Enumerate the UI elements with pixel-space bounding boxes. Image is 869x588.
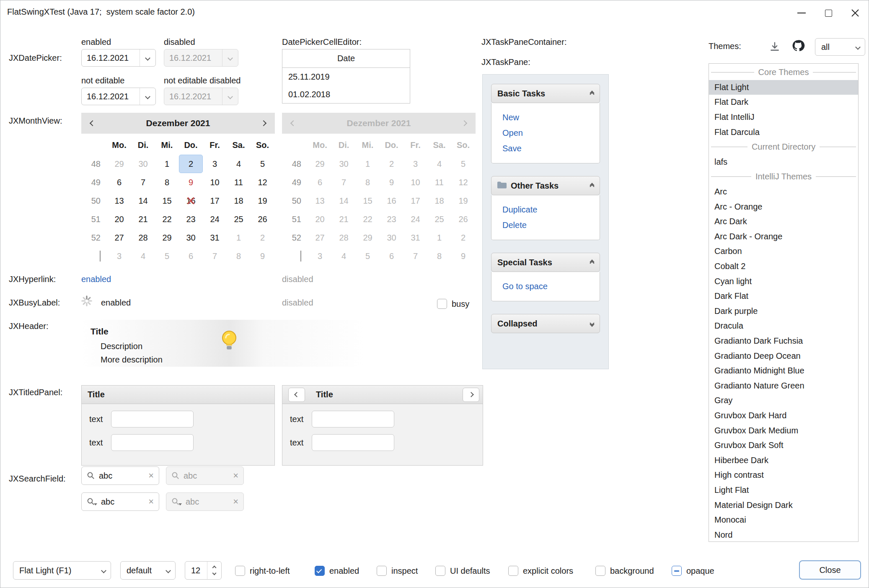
search-input-value[interactable]: abc (99, 471, 145, 481)
checkbox-enabled[interactable]: enabled (315, 565, 359, 577)
day-cell[interactable]: 14 (131, 192, 155, 210)
clear-icon[interactable]: × (148, 471, 154, 480)
day-cell[interactable]: 27 (107, 228, 131, 247)
minimize-button[interactable] (788, 0, 815, 26)
checkbox-background[interactable]: background (595, 565, 654, 577)
theme-item-arc-dark-orange[interactable]: Arc Dark - Orange (709, 229, 858, 244)
theme-item-gruvbox-dark-medium[interactable]: Gruvbox Dark Medium (709, 423, 858, 438)
download-themes-button[interactable] (769, 41, 781, 52)
hyperlink-enabled[interactable]: enabled (81, 275, 111, 284)
table-row[interactable]: 01.02.2018 (282, 85, 410, 103)
spinner-value[interactable]: 12 (191, 566, 207, 575)
checkbox-box[interactable] (672, 566, 682, 576)
day-cell[interactable]: 8 (155, 173, 179, 192)
text-input[interactable] (111, 434, 194, 451)
checkbox-right-to-left[interactable]: right-to-left (235, 565, 290, 577)
day-cell[interactable]: 6 (179, 247, 203, 265)
datepicker-enabled[interactable]: 16.12.2021 (81, 49, 156, 67)
theme-item-flat-light[interactable]: Flat Light (709, 80, 858, 95)
day-cell[interactable]: 1 (155, 155, 179, 173)
theme-item-cyan-light[interactable]: Cyan light (709, 274, 858, 289)
checkbox-box[interactable] (315, 566, 325, 576)
checkbox-opaque[interactable]: opaque (672, 565, 714, 577)
theme-item-gradianto-nature-green[interactable]: Gradianto Nature Green (709, 378, 858, 393)
clear-icon[interactable]: × (148, 497, 154, 506)
theme-item-gruvbox-dark-hard[interactable]: Gruvbox Dark Hard (709, 408, 858, 423)
day-cell[interactable]: 29 (155, 228, 179, 247)
next-month-icon[interactable] (261, 120, 266, 126)
task-link-save[interactable]: Save (502, 141, 589, 156)
close-button[interactable]: Close (799, 560, 861, 580)
day-cell[interactable]: 15 (155, 192, 179, 210)
day-cell[interactable]: 21 (131, 210, 155, 228)
titled-panel-prev-button[interactable] (288, 388, 305, 402)
chevron-double-up-icon[interactable] (590, 261, 594, 264)
font-size-spinner[interactable]: 12 (185, 561, 222, 580)
checkbox-box[interactable] (377, 566, 387, 576)
theme-item-dark-flat[interactable]: Dark Flat (709, 289, 858, 304)
theme-item-arc-dark[interactable]: Arc Dark (709, 214, 858, 229)
day-cell[interactable]: 17 (203, 192, 227, 210)
theme-item-arc-orange[interactable]: Arc - Orange (709, 199, 858, 214)
spinner-up-icon[interactable] (212, 566, 217, 570)
taskpane-header-other-tasks[interactable]: Other Tasks (491, 176, 600, 195)
theme-item-material-design-dark[interactable]: Material Design Dark (709, 497, 858, 513)
day-cell[interactable]: 7 (203, 247, 227, 265)
day-cell[interactable]: 18 (227, 192, 251, 210)
theme-item-lafs[interactable]: lafs (709, 155, 858, 170)
chevron-double-down-icon[interactable] (590, 322, 594, 325)
datepicker-dropdown-button[interactable] (140, 88, 155, 105)
github-button[interactable] (791, 39, 805, 52)
checkbox-box[interactable] (437, 299, 447, 309)
task-link-open[interactable]: Open (502, 125, 589, 141)
theme-item-light-flat[interactable]: Light Flat (709, 483, 858, 498)
spinner-down-icon[interactable] (212, 571, 217, 575)
checkbox-inspect[interactable]: inspect (377, 565, 418, 577)
search-input-value[interactable]: abc (101, 497, 145, 507)
day-cell[interactable]: 20 (107, 210, 131, 228)
day-cell[interactable]: 7 (131, 173, 155, 192)
day-cell[interactable]: 4 (227, 155, 251, 173)
theme-item-gradianto-midnight-blue[interactable]: Gradianto Midnight Blue (709, 363, 858, 378)
theme-item-cobalt-2[interactable]: Cobalt 2 (709, 259, 858, 274)
checkbox-busy[interactable]: busy (437, 298, 469, 310)
datepicker-value[interactable]: 16.12.2021 (82, 53, 140, 63)
day-cell[interactable]: 2 (179, 155, 203, 173)
day-cell[interactable]: 4 (131, 247, 155, 265)
day-cell[interactable]: 3 (107, 247, 131, 265)
theme-item-dracula[interactable]: Dracula (709, 319, 858, 334)
day-cell[interactable]: 29 (107, 155, 131, 173)
task-link-go-to-space[interactable]: Go to space (502, 279, 589, 294)
font-combo[interactable]: default (120, 561, 176, 580)
theme-item-carbon[interactable]: Carbon (709, 244, 858, 259)
chevron-double-up-icon[interactable] (590, 92, 594, 95)
search-field-with-menu-enabled[interactable]: abc × (81, 492, 159, 511)
titlebar[interactable]: FlatSwingXTest (Java 17; system scale fa… (0, 0, 869, 26)
text-input[interactable] (312, 411, 394, 427)
themes-list[interactable]: Core ThemesFlat LightFlat DarkFlat Intel… (709, 63, 859, 542)
task-link-duplicate[interactable]: Duplicate (502, 202, 589, 218)
theme-item-high-contrast[interactable]: High contrast (709, 468, 858, 483)
checkbox-box[interactable] (435, 566, 445, 576)
theme-item-hiberbee-dark[interactable]: Hiberbee Dark (709, 453, 858, 468)
theme-item-gray[interactable]: Gray (709, 393, 858, 408)
day-cell[interactable]: 5 (155, 247, 179, 265)
checkbox-explicit-colors[interactable]: explicit colors (508, 565, 573, 577)
day-cell[interactable]: 24 (203, 210, 227, 228)
day-cell[interactable]: 1 (227, 228, 251, 247)
theme-item-gradianto-deep-ocean[interactable]: Gradianto Deep Ocean (709, 348, 858, 363)
maximize-button[interactable] (815, 0, 842, 26)
monthview-enabled[interactable]: Dezember 2021Mo.Di.Mi.Do.Fr.Sa.So.482930… (81, 113, 275, 265)
titled-panel-next-button[interactable] (463, 388, 479, 402)
text-input[interactable] (312, 434, 394, 451)
day-cell[interactable]: 6 (107, 173, 131, 192)
day-cell[interactable]: 9 (179, 173, 203, 192)
day-cell[interactable]: 31 (203, 228, 227, 247)
day-cell[interactable]: 28 (131, 228, 155, 247)
theme-item-flat-darcula[interactable]: Flat Darcula (709, 124, 858, 140)
search-field-enabled[interactable]: abc × (81, 466, 159, 485)
taskpane-header-basic-tasks[interactable]: Basic Tasks (491, 84, 600, 103)
day-cell[interactable]: 12 (251, 173, 274, 192)
day-cell[interactable]: 13 (107, 192, 131, 210)
checkbox-box[interactable] (508, 566, 518, 576)
